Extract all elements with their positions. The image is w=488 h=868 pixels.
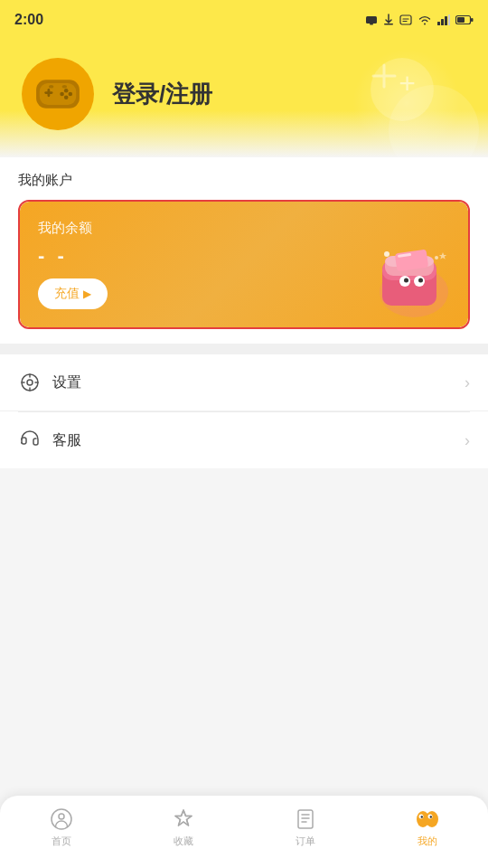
plus-decoration bbox=[371, 62, 398, 90]
text-icon bbox=[399, 14, 412, 26]
main-content: 我的账户 我的余额 - - 充值 ▶ bbox=[0, 157, 488, 468]
balance-label: 我的余额 bbox=[38, 220, 108, 237]
notification-icon bbox=[365, 14, 378, 26]
wallet-svg bbox=[351, 220, 459, 324]
balance-card-wrapper: 我的余额 - - 充值 ▶ bbox=[18, 200, 470, 329]
svg-point-28 bbox=[404, 278, 408, 283]
svg-rect-4 bbox=[437, 22, 440, 25]
menu-card: 设置 › 客服 › bbox=[0, 354, 488, 468]
tab-orders-label: 订单 bbox=[296, 835, 315, 848]
mine-icon bbox=[414, 807, 441, 831]
svg-point-19 bbox=[49, 85, 54, 89]
recharge-label: 充值 bbox=[54, 286, 80, 302]
svg-point-37 bbox=[59, 814, 64, 819]
account-card: 我的账户 我的余额 - - 充值 ▶ bbox=[0, 157, 488, 344]
tab-favorites-label: 收藏 bbox=[174, 835, 193, 848]
svg-rect-38 bbox=[298, 810, 313, 828]
svg-point-31 bbox=[435, 256, 438, 259]
status-bar: 2:00 bbox=[0, 0, 488, 40]
signal-icon bbox=[437, 14, 450, 25]
settings-icon bbox=[18, 371, 42, 394]
settings-menu-item[interactable]: 设置 › bbox=[0, 354, 488, 411]
battery-icon bbox=[455, 14, 474, 25]
settings-left: 设置 bbox=[18, 371, 81, 394]
wifi-icon bbox=[418, 14, 432, 25]
svg-point-43 bbox=[420, 816, 422, 817]
svg-point-20 bbox=[62, 85, 68, 89]
user-info[interactable]: 登录/注册 bbox=[112, 79, 212, 110]
tab-mine-label: 我的 bbox=[418, 835, 437, 848]
svg-rect-2 bbox=[384, 24, 393, 25]
svg-point-15 bbox=[64, 89, 69, 93]
recharge-arrow-icon: ▶ bbox=[83, 288, 91, 300]
status-time: 2:00 bbox=[14, 12, 43, 28]
svg-point-18 bbox=[64, 95, 69, 99]
svg-rect-9 bbox=[471, 18, 474, 22]
support-chevron-icon: › bbox=[465, 431, 470, 450]
svg-rect-14 bbox=[48, 89, 51, 97]
svg-rect-7 bbox=[448, 14, 450, 25]
tab-bar: 首页 收藏 订单 我的 bbox=[0, 796, 488, 868]
star-icon bbox=[172, 807, 195, 831]
status-icons bbox=[365, 14, 474, 26]
svg-rect-0 bbox=[366, 16, 377, 24]
support-left: 客服 bbox=[18, 429, 81, 452]
login-register-text[interactable]: 登录/注册 bbox=[112, 79, 212, 110]
svg-point-17 bbox=[60, 92, 64, 97]
svg-rect-10 bbox=[457, 17, 465, 23]
svg-point-40 bbox=[426, 811, 438, 827]
balance-card: 我的余额 - - 充值 ▶ bbox=[20, 202, 468, 327]
support-label: 客服 bbox=[52, 431, 81, 450]
support-icon bbox=[18, 429, 42, 452]
tab-home-label: 首页 bbox=[52, 835, 71, 848]
download-icon bbox=[383, 14, 394, 26]
svg-point-30 bbox=[384, 251, 389, 257]
svg-rect-1 bbox=[370, 24, 373, 25]
settings-label: 设置 bbox=[52, 373, 81, 392]
deco-circle-2 bbox=[389, 85, 479, 175]
wallet-illustration bbox=[351, 220, 459, 327]
settings-chevron-icon: › bbox=[465, 373, 470, 392]
support-menu-item[interactable]: 客服 › bbox=[0, 412, 488, 468]
svg-rect-5 bbox=[441, 19, 444, 25]
balance-info: 我的余额 - - 充值 ▶ bbox=[38, 220, 108, 309]
tab-favorites[interactable]: 收藏 bbox=[122, 807, 244, 848]
avatar[interactable] bbox=[22, 58, 94, 130]
order-icon bbox=[294, 807, 317, 831]
recharge-button[interactable]: 充值 ▶ bbox=[38, 278, 108, 309]
account-section-title: 我的账户 bbox=[18, 172, 470, 189]
svg-point-29 bbox=[418, 278, 423, 283]
tab-orders[interactable]: 订单 bbox=[244, 807, 366, 848]
home-icon bbox=[50, 807, 73, 831]
balance-amount: - - bbox=[38, 244, 108, 268]
tab-home[interactable]: 首页 bbox=[0, 807, 122, 848]
tab-mine[interactable]: 我的 bbox=[366, 807, 488, 848]
svg-rect-3 bbox=[400, 15, 411, 24]
svg-rect-6 bbox=[445, 16, 447, 25]
avatar-gamepad-icon bbox=[33, 73, 83, 115]
profile-header: 登录/注册 bbox=[0, 40, 488, 157]
svg-point-16 bbox=[69, 92, 73, 97]
svg-point-35 bbox=[27, 380, 33, 385]
svg-point-44 bbox=[429, 816, 431, 817]
